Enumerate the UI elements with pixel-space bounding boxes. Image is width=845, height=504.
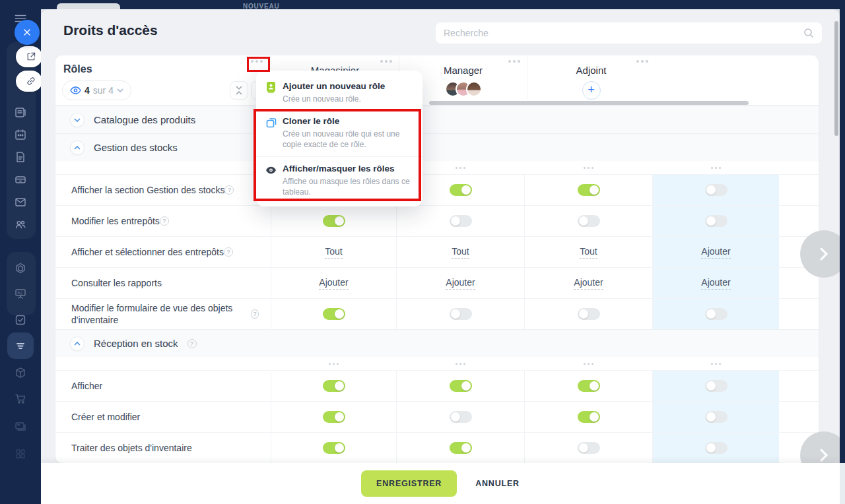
cell-menu-trigger[interactable] xyxy=(711,167,721,169)
permission-link[interactable]: Ajouter xyxy=(701,277,730,290)
menu-item[interactable]: Afficher/masquer les rôles Affiche ou ma… xyxy=(256,156,422,204)
permission-toggle[interactable] xyxy=(450,308,472,320)
role-column-menu-trigger[interactable] xyxy=(508,60,520,63)
help-icon[interactable]: ? xyxy=(251,309,259,319)
search-input[interactable] xyxy=(444,28,803,38)
chevron-up-icon[interactable] xyxy=(70,336,84,351)
presentation-icon: BQ xyxy=(14,287,27,300)
cancel-button[interactable]: ANNULER xyxy=(475,479,520,488)
permission-link[interactable]: Ajouter xyxy=(319,277,348,290)
permissions-table-body: Catalogue des produitsGestion des stocks… xyxy=(55,106,819,463)
sidebar-item-link[interactable] xyxy=(16,71,42,92)
help-icon[interactable]: ? xyxy=(224,247,233,257)
menu-item[interactable]: Cloner le rôle Crée un nouveau rôle qui … xyxy=(256,109,422,156)
cell-menu-trigger[interactable] xyxy=(711,363,721,365)
permission-cell: Tout xyxy=(524,237,652,267)
permission-link[interactable]: Ajouter xyxy=(574,277,603,290)
section-label: Réception en stock xyxy=(94,338,178,349)
permission-toggle[interactable] xyxy=(705,442,727,454)
horizontal-scrollbar-thumb[interactable] xyxy=(429,101,749,105)
permission-toggle[interactable] xyxy=(450,442,472,454)
permission-toggle[interactable] xyxy=(323,380,345,392)
sidebar-item-users[interactable] xyxy=(0,215,41,234)
sidebar-item-billing[interactable] xyxy=(0,417,41,435)
section-row[interactable]: Gestion des stocks xyxy=(55,133,819,161)
permission-cell: Ajouter xyxy=(524,268,652,298)
permission-toggle[interactable] xyxy=(578,411,600,423)
cell-menu-trigger[interactable] xyxy=(584,363,593,365)
permission-toggle[interactable] xyxy=(705,380,727,392)
permission-toggle[interactable] xyxy=(705,308,727,320)
sidebar-item-presentation[interactable]: BQ xyxy=(0,284,41,303)
permission-toggle[interactable] xyxy=(323,442,345,454)
sidebar-item-document[interactable] xyxy=(0,148,41,166)
role-column-menu-trigger[interactable] xyxy=(380,60,392,63)
help-icon[interactable]: ? xyxy=(160,216,169,226)
vertical-scrollbar-thumb[interactable] xyxy=(834,21,838,136)
permission-toggle[interactable] xyxy=(450,411,472,423)
permission-toggle[interactable] xyxy=(323,215,345,227)
cell-menu-trigger[interactable] xyxy=(456,167,465,169)
role-column-menu-trigger[interactable] xyxy=(636,60,648,63)
hexagon-icon xyxy=(14,262,27,275)
permission-cell xyxy=(396,371,524,401)
roles-column-menu-trigger[interactable] xyxy=(251,60,263,63)
sidebar-item-grid[interactable] xyxy=(0,445,41,463)
permission-cell xyxy=(271,206,396,236)
cell-menu-trigger[interactable] xyxy=(584,167,593,169)
permission-link[interactable]: Ajouter xyxy=(701,246,730,259)
permission-toggle[interactable] xyxy=(578,380,600,392)
cell-menu-trigger[interactable] xyxy=(329,363,339,365)
permission-link[interactable]: Tout xyxy=(325,246,342,259)
permission-toggle[interactable] xyxy=(578,442,600,454)
sidebar-item-mail[interactable] xyxy=(0,193,41,211)
collapse-all-button[interactable] xyxy=(230,81,248,100)
permission-toggle[interactable] xyxy=(450,380,472,392)
sidebar-item-external-link[interactable] xyxy=(16,46,42,67)
section-row[interactable]: Réception en stock? xyxy=(55,329,819,357)
permission-toggle[interactable] xyxy=(578,308,600,320)
permission-cell xyxy=(271,433,396,463)
sidebar-item-package[interactable] xyxy=(0,363,41,382)
permission-toggle[interactable] xyxy=(323,411,345,423)
roles-visibility-filter[interactable]: 4 sur 4 xyxy=(62,80,131,100)
permission-toggle[interactable] xyxy=(578,184,600,196)
sidebar-item-news[interactable] xyxy=(0,103,41,121)
permission-toggle[interactable] xyxy=(705,184,727,196)
help-icon[interactable]: ? xyxy=(224,185,234,195)
sidebar-item-hexagon[interactable] xyxy=(0,259,41,278)
chevron-up-icon[interactable] xyxy=(70,141,84,155)
permission-link[interactable]: Tout xyxy=(580,246,597,259)
menu-item-description: Crée un nouveau rôle qui est une copie e… xyxy=(283,129,412,150)
add-user-button[interactable]: + xyxy=(582,81,601,100)
sidebar-item-checkbox[interactable] xyxy=(0,311,41,329)
section-row[interactable]: Catalogue des produits xyxy=(55,106,819,133)
permission-toggle[interactable] xyxy=(578,215,600,227)
permission-toggle[interactable] xyxy=(450,215,472,227)
save-button[interactable]: ENREGISTRER xyxy=(361,470,457,497)
permission-link[interactable]: Tout xyxy=(452,246,469,259)
sidebar-item-filter[interactable] xyxy=(0,336,41,355)
permission-label: Traiter des objets d'inventaire xyxy=(55,433,271,463)
permission-toggle[interactable] xyxy=(450,184,472,196)
modal-footer: ENREGISTRER ANNULER xyxy=(41,463,840,504)
permission-cell: Ajouter xyxy=(271,268,396,298)
permission-link[interactable]: Ajouter xyxy=(446,277,475,290)
menu-item[interactable]: Ajouter un nouveau rôle Crée un nouveau … xyxy=(256,75,422,109)
permission-label: Afficher xyxy=(55,371,271,401)
permission-toggle[interactable] xyxy=(323,308,345,320)
permission-cell: Ajouter xyxy=(652,268,779,298)
sidebar-item-cart[interactable] xyxy=(0,389,41,408)
help-icon[interactable]: ? xyxy=(187,339,197,348)
chevron-down-icon[interactable] xyxy=(70,113,84,127)
sidebar-item-archive[interactable] xyxy=(0,170,41,189)
page-title: Droits d'accès xyxy=(63,22,158,38)
cell-menu-trigger[interactable] xyxy=(456,363,465,365)
permission-toggle[interactable] xyxy=(705,215,727,227)
permission-toggle[interactable] xyxy=(705,411,727,423)
permission-cell xyxy=(652,175,779,205)
close-icon[interactable] xyxy=(15,20,40,45)
permission-cell xyxy=(524,175,652,205)
sidebar-item-calendar[interactable] xyxy=(0,125,41,144)
search-box[interactable] xyxy=(436,22,822,44)
